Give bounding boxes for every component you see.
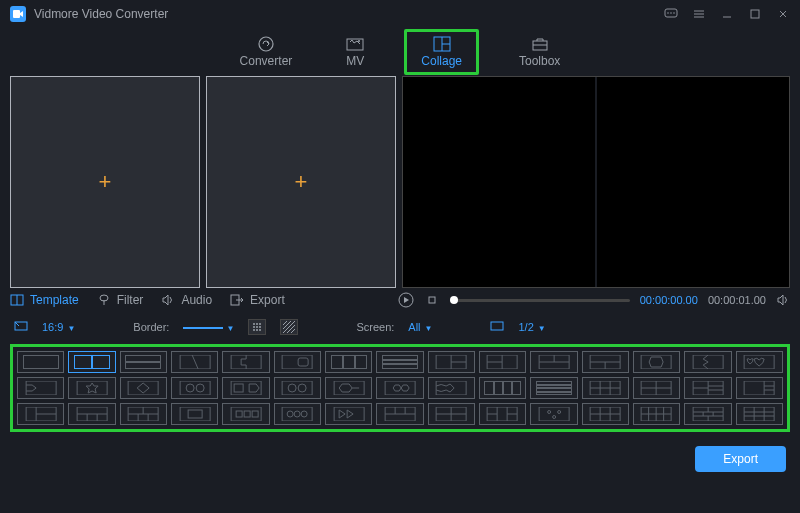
tab-collage[interactable]: Collage bbox=[404, 29, 479, 75]
seek-thumb[interactable] bbox=[450, 296, 458, 304]
template-item[interactable] bbox=[68, 351, 115, 373]
template-item[interactable] bbox=[582, 377, 629, 399]
add-icon: + bbox=[99, 169, 112, 195]
template-item[interactable] bbox=[684, 351, 731, 373]
template-item[interactable] bbox=[17, 351, 64, 373]
template-item[interactable] bbox=[582, 351, 629, 373]
minimize-button[interactable] bbox=[720, 7, 734, 21]
template-item[interactable] bbox=[376, 351, 423, 373]
template-item[interactable] bbox=[428, 377, 475, 399]
tab-converter[interactable]: Converter bbox=[226, 32, 307, 72]
template-item[interactable] bbox=[530, 377, 577, 399]
volume-icon[interactable] bbox=[776, 293, 790, 307]
svg-line-36 bbox=[283, 321, 287, 325]
svg-rect-107 bbox=[188, 410, 202, 418]
svg-rect-63 bbox=[26, 381, 56, 395]
svg-point-30 bbox=[253, 326, 255, 328]
svg-point-34 bbox=[256, 329, 258, 331]
template-item[interactable] bbox=[120, 351, 167, 373]
template-item[interactable] bbox=[376, 403, 423, 425]
svg-point-69 bbox=[196, 384, 204, 392]
mv-icon bbox=[346, 36, 364, 52]
svg-marker-60 bbox=[650, 357, 664, 367]
maximize-button[interactable] bbox=[748, 7, 762, 21]
template-item[interactable] bbox=[274, 403, 321, 425]
svg-line-43 bbox=[192, 355, 198, 369]
template-item[interactable] bbox=[428, 351, 475, 373]
template-item[interactable] bbox=[68, 403, 115, 425]
svg-rect-106 bbox=[180, 407, 210, 421]
audio-icon bbox=[161, 294, 175, 306]
svg-rect-71 bbox=[234, 384, 243, 392]
svg-rect-90 bbox=[744, 381, 774, 395]
template-item[interactable] bbox=[736, 403, 783, 425]
aspect-ratio-dropdown[interactable]: 16:9▼ bbox=[42, 321, 75, 333]
svg-point-73 bbox=[288, 384, 296, 392]
tab-mv[interactable]: MV bbox=[332, 32, 378, 72]
template-item[interactable] bbox=[274, 351, 321, 373]
feedback-icon[interactable] bbox=[664, 7, 678, 21]
template-item[interactable] bbox=[68, 377, 115, 399]
template-item[interactable] bbox=[428, 403, 475, 425]
svg-point-4 bbox=[673, 12, 675, 14]
template-item[interactable] bbox=[325, 377, 372, 399]
template-item[interactable] bbox=[120, 403, 167, 425]
template-item[interactable] bbox=[684, 403, 731, 425]
template-item[interactable] bbox=[633, 351, 680, 373]
export-button[interactable]: Export bbox=[695, 446, 786, 472]
svg-marker-66 bbox=[137, 383, 149, 393]
template-item[interactable] bbox=[17, 403, 64, 425]
template-item[interactable] bbox=[530, 403, 577, 425]
template-item[interactable] bbox=[633, 377, 680, 399]
edit-tab-export[interactable]: Export bbox=[230, 293, 285, 307]
template-item[interactable] bbox=[479, 377, 526, 399]
template-item[interactable] bbox=[274, 377, 321, 399]
edit-tab-filter[interactable]: Filter bbox=[97, 293, 144, 307]
template-item[interactable] bbox=[582, 403, 629, 425]
seek-slider[interactable] bbox=[450, 299, 630, 302]
template-item[interactable] bbox=[171, 351, 218, 373]
template-item[interactable] bbox=[479, 403, 526, 425]
edit-tab-audio[interactable]: Audio bbox=[161, 293, 212, 307]
menu-icon[interactable] bbox=[692, 7, 706, 21]
template-item[interactable] bbox=[633, 403, 680, 425]
template-item[interactable] bbox=[479, 351, 526, 373]
stop-button[interactable] bbox=[424, 292, 440, 308]
template-item[interactable] bbox=[325, 403, 372, 425]
template-item[interactable] bbox=[120, 377, 167, 399]
border-style-dropdown[interactable]: ▼ bbox=[183, 321, 234, 333]
template-item[interactable] bbox=[17, 377, 64, 399]
template-item[interactable] bbox=[325, 351, 372, 373]
aspect-ratio-icon[interactable] bbox=[14, 320, 28, 334]
template-item[interactable] bbox=[171, 377, 218, 399]
border-grid-button[interactable] bbox=[248, 319, 266, 335]
svg-point-33 bbox=[253, 329, 255, 331]
edit-tab-template-label: Template bbox=[30, 293, 79, 307]
edit-tabs: Template Filter Audio Export bbox=[10, 293, 285, 307]
page-dropdown[interactable]: 1/2▼ bbox=[518, 321, 545, 333]
svg-rect-149 bbox=[744, 407, 774, 421]
collage-slot-2[interactable]: + bbox=[206, 76, 396, 288]
border-hatch-button[interactable] bbox=[280, 319, 298, 335]
template-item[interactable] bbox=[376, 377, 423, 399]
template-item[interactable] bbox=[736, 377, 783, 399]
edit-tab-audio-label: Audio bbox=[181, 293, 212, 307]
template-item[interactable] bbox=[222, 403, 269, 425]
template-item[interactable] bbox=[222, 351, 269, 373]
screen-label: Screen: bbox=[356, 321, 394, 333]
template-item[interactable] bbox=[684, 377, 731, 399]
template-item[interactable] bbox=[530, 351, 577, 373]
template-item[interactable] bbox=[171, 403, 218, 425]
collage-edit-panes: + + bbox=[10, 76, 396, 288]
play-button[interactable] bbox=[398, 292, 414, 308]
edit-tab-template[interactable]: Template bbox=[10, 293, 79, 307]
template-item[interactable] bbox=[222, 377, 269, 399]
tab-toolbox[interactable]: Toolbox bbox=[505, 32, 574, 72]
toolbox-icon bbox=[531, 36, 549, 52]
template-item[interactable] bbox=[736, 351, 783, 373]
close-button[interactable] bbox=[776, 7, 790, 21]
collage-slot-1[interactable]: + bbox=[10, 76, 200, 288]
screen-dropdown[interactable]: All▼ bbox=[408, 321, 432, 333]
svg-point-2 bbox=[667, 12, 669, 14]
svg-rect-13 bbox=[347, 39, 363, 50]
